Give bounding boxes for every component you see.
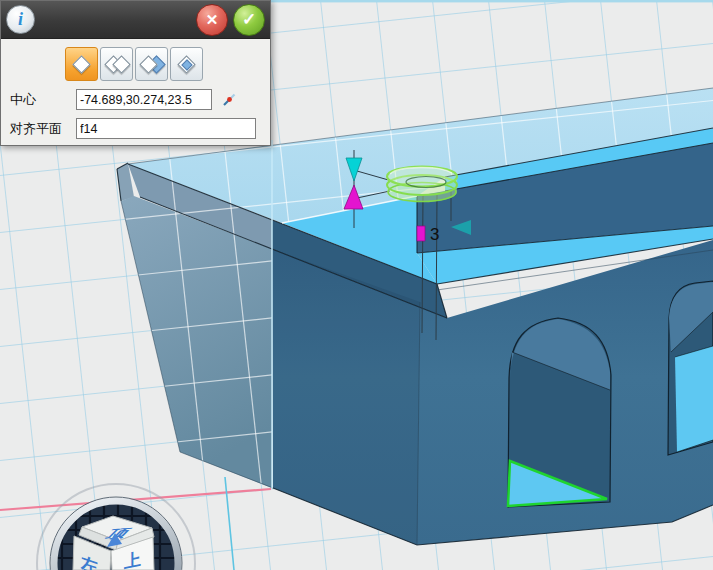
- center-input[interactable]: [76, 89, 212, 110]
- point-mode-single-button[interactable]: [65, 47, 98, 81]
- double-diamond-icon: [106, 57, 128, 71]
- info-icon[interactable]: i: [6, 5, 35, 34]
- point-mode-toolbar: [65, 47, 270, 81]
- nested-diamond-icon: [176, 57, 198, 71]
- view-cube-front-label[interactable]: 上: [123, 549, 141, 570]
- alignment-plane-label: 对齐平面: [10, 120, 76, 138]
- center-label: 中心: [10, 91, 76, 109]
- feature-preview-cylinder[interactable]: [387, 167, 457, 203]
- cancel-button[interactable]: ✕: [196, 4, 228, 36]
- center-field-row: 中心: [10, 89, 270, 110]
- arch-opening-1[interactable]: [508, 318, 611, 507]
- point-picker-icon[interactable]: [221, 92, 237, 108]
- alignment-plane-input[interactable]: [76, 118, 256, 139]
- drag-handle-dimension[interactable]: 3: [430, 225, 439, 244]
- dialog-titlebar[interactable]: i ✕ ✓: [1, 1, 270, 39]
- point-mode-pair-button[interactable]: [100, 47, 133, 81]
- handle-block-magenta[interactable]: [417, 226, 425, 241]
- arch-opening-2[interactable]: [668, 281, 713, 455]
- diamond-blue-pair-icon: [141, 57, 163, 71]
- arch2-through-face: [675, 346, 713, 452]
- point-mode-nested-button[interactable]: [170, 47, 203, 81]
- confirm-button[interactable]: ✓: [233, 4, 265, 36]
- viewport-top-accent: [271, 0, 713, 2]
- cad-app-window: 3 顶 左 上 i ✕ ✓: [0, 0, 713, 570]
- feature-command-dialog: i ✕ ✓ 中心: [0, 0, 271, 146]
- plane-field-row: 对齐平面: [10, 118, 270, 139]
- point-mode-blue-pair-button[interactable]: [135, 47, 168, 81]
- diamond-icon: [72, 55, 90, 73]
